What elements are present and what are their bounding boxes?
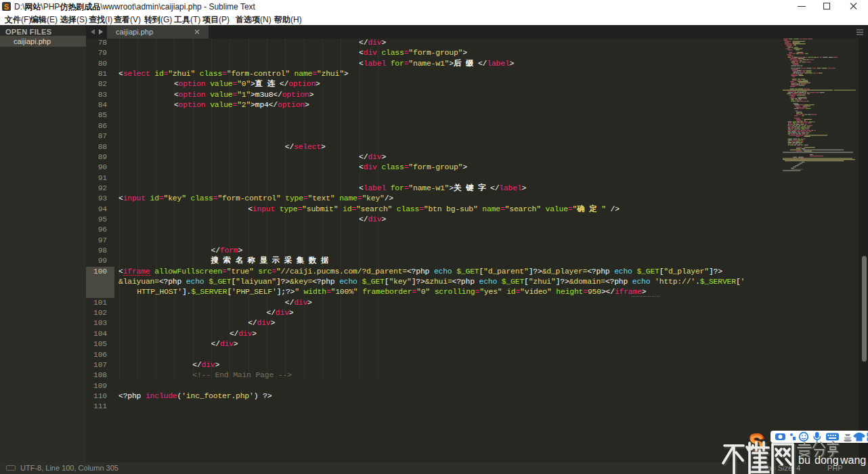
svg-text:wang: wang	[840, 454, 866, 466]
svg-text:bu: bu	[798, 454, 810, 466]
svg-text:dong: dong	[815, 454, 839, 466]
